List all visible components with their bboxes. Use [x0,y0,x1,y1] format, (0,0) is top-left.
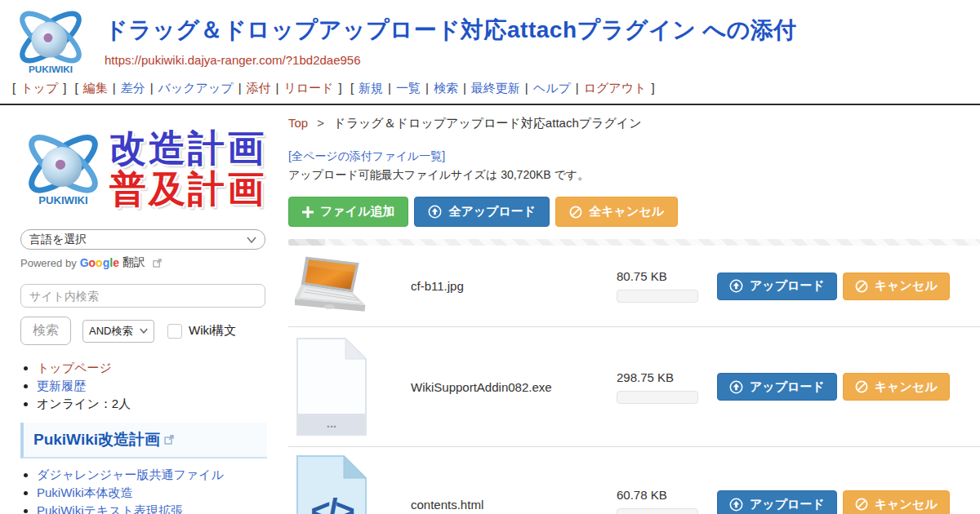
cancel-all-button[interactable]: 全キャンセル [555,197,678,227]
file-thumbnail-cell: ... [288,336,411,437]
separator: | [238,81,242,95]
translate-label[interactable]: 翻訳 [122,255,145,270]
bracket: ] [651,81,654,95]
search-button[interactable]: 検索 [20,317,71,345]
main-content: Top > ドラッグ＆ドロップアップロード対応attachプラグイン [全ページ… [282,105,980,514]
file-actions: アップロード キャンセル [710,490,980,514]
nav-backup[interactable]: バックアップ [158,81,234,95]
upload-icon [428,205,442,219]
sidebar-banner[interactable]: PUKIWIKI 改造計画 普及計画 [20,123,282,215]
global-progress-fill [288,239,325,246]
wiki-syntax-checkbox[interactable] [167,324,182,339]
upload-toolbar: ファイル追加 全アップロード 全キャンセル [288,197,980,227]
file-size-cell: 60.78 KB [617,488,710,514]
bracket: [ [12,81,16,95]
separator: | [463,81,466,95]
upload-icon [729,279,743,293]
generic-file-icon: ... [295,336,368,437]
cancel-button[interactable]: キャンセル [843,273,950,300]
language-select-value: 言語を選択 [29,233,87,247]
banner-text: 改造計画 普及計画 [109,128,266,210]
site-search-input[interactable] [20,284,265,308]
file-row: ... WikiSupportAddin082.exe 298.75 KB アッ… [288,327,980,447]
nav-diff[interactable]: 差分 [121,81,145,95]
nav-recent[interactable]: 最終更新 [471,81,520,95]
nav-new[interactable]: 新規 [359,81,383,95]
content: PUKIWIKI 改造計画 普及計画 言語を選択 Powered by Goog… [0,105,980,514]
separator: | [576,81,579,95]
upload-button[interactable]: アップロード [717,273,837,300]
header-text: ドラッグ＆ドロップアップロード対応attachプラグイン への添付 https:… [105,7,797,67]
breadcrumb-home[interactable]: Top [288,116,308,130]
cancel-icon [569,206,582,219]
sidebar-section-heading: PukiWiki改造計画 [20,423,267,459]
powered-by-google: Powered by Google 翻訳 [20,255,282,270]
nav-help[interactable]: ヘルプ [533,81,571,95]
chevron-down-icon [140,328,148,334]
header: PUKIWIKI ドラッグ＆ドロップアップロード対応attachプラグイン への… [0,0,980,77]
upload-button[interactable]: アップロード [717,373,837,401]
pukiwiki-kaizou-link[interactable]: PukiWiki改造計画 [33,429,160,450]
nav-top[interactable]: トップ [20,81,58,95]
file-progress-bar [617,391,698,404]
upload-all-button[interactable]: 全アップロード [414,197,550,227]
nav-reload[interactable]: リロード [283,81,333,95]
sidebar-item-core-mods[interactable]: PukiWiki本体改造 [37,485,133,499]
powered-prefix: Powered by [20,257,77,269]
sidebar-item-text-ext[interactable]: PukiWikiテキスト表現拡張 [37,503,183,514]
file-size-cell: 80.75 KB [617,269,710,303]
separator: | [276,81,279,95]
sidebar-item-top-page[interactable]: トップページ [37,361,112,374]
nav-attach[interactable]: 添付 [247,81,271,95]
file-actions: アップロード キャンセル [710,273,980,300]
html-file-icon: </> [295,454,368,514]
separator: | [388,81,391,95]
page-url[interactable]: https://pukiwiki.dajya-ranger.com/?1bd2d… [105,53,797,67]
file-name: WikiSupportAddin082.exe [411,380,617,394]
search-controls: 検索 AND検索 Wiki構文 [20,317,282,345]
sidebar-item-recent-changes[interactable]: 更新履歴 [37,379,86,392]
bracket: [ [350,81,354,95]
external-link-icon [164,435,174,445]
bracket: ] [339,81,342,95]
breadcrumb-current: ドラッグ＆ドロップアップロード対応attachプラグイン [333,116,641,130]
file-name: contents.html [411,498,617,512]
plus-icon [302,206,314,218]
cancel-button[interactable]: キャンセル [843,490,950,514]
file-size: 80.75 KB [617,269,710,283]
breadcrumb: Top > ドラッグ＆ドロップアップロード対応attachプラグイン [288,116,980,131]
all-attachments-link[interactable]: [全ページの添付ファイル一覧] [288,149,445,164]
search-mode-select[interactable]: AND検索 [82,320,154,343]
nav-logout[interactable]: ログアウト [584,81,647,95]
pukiwiki-logo-icon[interactable]: PUKIWIKI [10,7,91,77]
list-item: PukiWikiテキスト表現拡張 [37,502,282,514]
file-size: 60.78 KB [617,488,710,502]
google-wordmark: Google [80,256,119,269]
bracket: [ [75,81,78,95]
upload-icon [729,380,743,394]
language-select[interactable]: 言語を選択 [20,229,265,250]
upload-button[interactable]: アップロード [717,490,837,514]
cancel-icon [855,380,868,393]
sidebar: PUKIWIKI 改造計画 普及計画 言語を選択 Powered by Goog… [0,105,282,514]
cancel-button[interactable]: キャンセル [843,373,950,401]
external-link-icon [153,259,162,268]
page-title: ドラッグ＆ドロップアップロード対応attachプラグイン への添付 [105,15,797,46]
list-item: PukiWiki本体改造 [37,484,282,501]
add-files-button[interactable]: ファイル追加 [288,197,408,227]
logo-wordmark: PUKIWIKI [38,194,87,206]
sidebar-item-common-files[interactable]: ダジャレンジャー版共通ファイル [37,467,224,481]
page: PUKIWIKI ドラッグ＆ドロップアップロード対応attachプラグイン への… [0,0,980,514]
cancel-icon [855,280,868,293]
separator: | [150,81,154,95]
search-mode-value: AND検索 [89,324,132,339]
logo-wordmark: PUKIWIKI [29,64,73,74]
nav-search[interactable]: 検索 [434,81,458,95]
max-filesize-text: アップロード可能最大ファイルサイズは 30,720KB です。 [288,168,980,183]
banner-line-1: 改造計画 [109,128,266,169]
file-size: 298.75 KB [617,370,710,384]
bracket: ] [63,81,66,95]
global-progress-bar [288,239,980,246]
nav-list[interactable]: 一覧 [396,81,421,95]
nav-edit[interactable]: 編集 [83,81,108,95]
